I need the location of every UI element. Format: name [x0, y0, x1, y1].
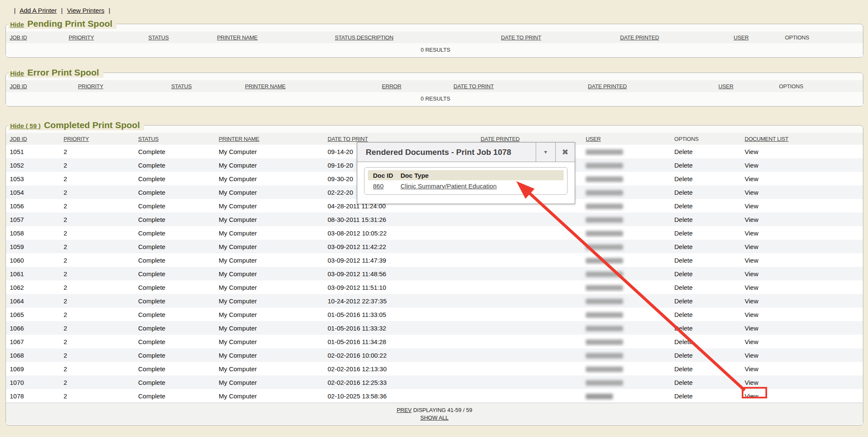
cell-options-delete-link[interactable]: Delete [674, 148, 693, 155]
pending-col-priority[interactable]: PRIORITY [65, 31, 145, 43]
cell-date-printed [477, 335, 582, 348]
cell-document-list-view-link[interactable]: View [745, 338, 758, 345]
cell-document-list-view-link[interactable]: View [745, 189, 758, 196]
cell-job-id: 1065 [6, 308, 60, 321]
cell-options-delete-link[interactable]: Delete [674, 202, 693, 210]
cell-document-list-view-link[interactable]: View [745, 202, 758, 210]
pending-col-date-to-print[interactable]: DATE TO PRINT [497, 31, 616, 43]
cell-options-delete-link[interactable]: Delete [674, 162, 693, 169]
error-col-status[interactable]: STATUS [167, 80, 241, 92]
pending-col-user[interactable]: USER [730, 31, 781, 43]
dialog-close-button[interactable]: ✖ [555, 143, 575, 162]
cell-date-printed [477, 321, 582, 335]
cell-priority: 2 [60, 348, 134, 362]
cell-document-list-view-link[interactable]: View [745, 392, 758, 400]
completed-col-printer-name[interactable]: PRINTER NAME [215, 133, 324, 145]
cell-document-list-view: View [741, 362, 863, 375]
cell-document-list-view-link[interactable]: View [745, 162, 758, 169]
completed-col-document-list[interactable]: DOCUMENT LIST [741, 133, 863, 145]
pending-col-job-id[interactable]: JOB ID [6, 31, 65, 43]
cell-document-list-view-link[interactable]: View [745, 148, 758, 155]
doc-type-link[interactable]: Clinic Summary/Patient Education [401, 182, 497, 190]
completed-col-status[interactable]: STATUS [134, 133, 215, 145]
cell-document-list-view-link[interactable]: View [745, 230, 758, 237]
prev-page-link[interactable]: PREV [397, 407, 412, 413]
error-col-date-to-print[interactable]: DATE TO PRINT [450, 80, 584, 92]
cell-options-delete-link[interactable]: Delete [674, 379, 693, 386]
cell-options-delete-link[interactable]: Delete [674, 243, 693, 250]
cell-user [582, 145, 670, 158]
add-a-printer-link[interactable]: Add A Printer [19, 7, 57, 14]
cell-options-delete: Delete [670, 213, 741, 226]
cell-options-delete-link[interactable]: Delete [674, 311, 693, 318]
error-col-error[interactable]: ERROR [378, 80, 450, 92]
cell-user [582, 172, 670, 185]
cell-printer-name-text: My Computer [219, 175, 257, 182]
error-col-priority[interactable]: PRIORITY [74, 80, 167, 92]
pending-col-printer-name[interactable]: PRINTER NAME [213, 31, 331, 43]
view-printers-link[interactable]: View Printers [67, 7, 104, 14]
pending-col-status[interactable]: STATUS [145, 31, 213, 43]
cell-printer-name-text: My Computer [219, 311, 257, 318]
cell-options-delete-link[interactable]: Delete [674, 297, 693, 305]
pending-col-status-description[interactable]: STATUS DESCRIPTION [331, 31, 497, 43]
doc-type-column-header: Doc Type [401, 172, 564, 179]
cell-status: Complete [134, 362, 215, 375]
cell-options-delete-link[interactable]: Delete [674, 175, 693, 182]
show-all-link[interactable]: SHOW ALL [420, 415, 448, 421]
cell-date-to-print: 02-02-2016 10:00:22 [324, 348, 477, 362]
doc-id-link[interactable]: 860 [373, 182, 384, 190]
cell-options-delete-link[interactable]: Delete [674, 392, 693, 400]
cell-document-list-view-link[interactable]: View [745, 365, 758, 373]
cell-options-delete-link[interactable]: Delete [674, 352, 693, 359]
dialog-titlebar[interactable]: Rendered Documents - Print Job 1078 ▼ ✖ [357, 143, 575, 162]
cell-options-delete-link[interactable]: Delete [674, 325, 693, 332]
cell-printer-name-text: My Computer [219, 162, 257, 169]
cell-user [582, 185, 670, 199]
pending-hide-link[interactable]: Hide [10, 21, 24, 28]
cell-priority: 2 [60, 145, 134, 158]
completed-hide-link[interactable]: Hide ( 59 ) [10, 122, 41, 129]
cell-document-list-view-link[interactable]: View [745, 175, 758, 182]
cell-document-list-view-link[interactable]: View [745, 311, 758, 318]
completed-col-job-id[interactable]: JOB ID [6, 133, 60, 145]
cell-priority-text: 2 [64, 257, 67, 264]
cell-options-delete-link[interactable]: Delete [674, 365, 693, 373]
cell-document-list-view-link[interactable]: View [745, 352, 758, 359]
cell-date-to-print-text: 09-30-20 [328, 175, 353, 182]
cell-document-list-view-link[interactable]: View [745, 284, 758, 291]
cell-options-delete-link[interactable]: Delete [674, 284, 693, 291]
cell-job-id: 1069 [6, 362, 60, 375]
pending-col-date-printed[interactable]: DATE PRINTED [616, 31, 730, 43]
cell-options-delete-link[interactable]: Delete [674, 189, 693, 196]
error-col-user[interactable]: USER [715, 80, 775, 92]
completed-col-priority[interactable]: PRIORITY [60, 133, 134, 145]
cell-options-delete-link[interactable]: Delete [674, 257, 693, 264]
cell-document-list-view-link[interactable]: View [745, 297, 758, 305]
cell-document-list-view-link[interactable]: View [745, 216, 758, 223]
dialog-minimize-button[interactable]: ▼ [536, 143, 555, 162]
nav-divider: | [14, 7, 16, 14]
completed-section-title: Completed Print Spool [44, 120, 140, 130]
cell-document-list-view-link[interactable]: View [745, 243, 758, 250]
cell-document-list-view-link[interactable]: View [745, 379, 758, 386]
cell-printer-name: My Computer [215, 321, 324, 335]
error-hide-link[interactable]: Hide [10, 70, 24, 77]
cell-options-delete-link[interactable]: Delete [674, 216, 693, 223]
completed-section-legend: Hide ( 59 ) Completed Print Spool [8, 120, 144, 130]
error-col-printer-name[interactable]: PRINTER NAME [241, 80, 378, 92]
cell-options-delete-link[interactable]: Delete [674, 230, 693, 237]
error-col-job-id[interactable]: JOB ID [6, 80, 74, 92]
cell-document-list-view-link[interactable]: View [745, 270, 758, 277]
completed-table-row: 10582CompleteMy Computer03-08-2012 10:05… [6, 226, 863, 240]
cell-document-list-view-link[interactable]: View [745, 325, 758, 332]
error-col-date-printed[interactable]: DATE PRINTED [584, 80, 715, 92]
completed-col-user[interactable]: USER [582, 133, 670, 145]
cell-document-list-view-link[interactable]: View [745, 257, 758, 264]
cell-printer-name-text: My Computer [219, 216, 257, 223]
cell-options-delete-link[interactable]: Delete [674, 338, 693, 345]
error-section-legend: Hide Error Print Spool [8, 67, 103, 78]
cell-user [582, 199, 670, 213]
cell-options-delete-link[interactable]: Delete [674, 270, 693, 277]
cell-job-id: 1064 [6, 294, 60, 308]
